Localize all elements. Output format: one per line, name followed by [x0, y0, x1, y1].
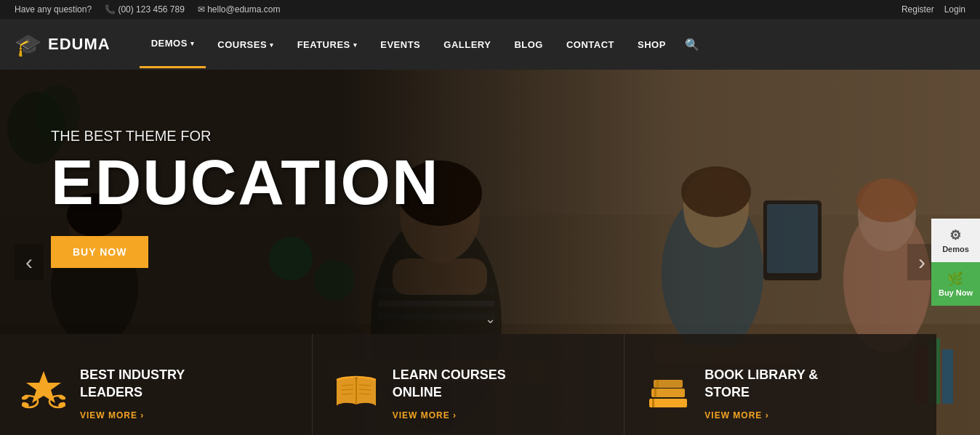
demos-side-button[interactable]: ⚙ Demos: [931, 219, 980, 262]
svg-marker-31: [26, 371, 61, 403]
header: 🎓 EDUMA DEMOS ▾ COURSES ▾ FEATURES ▾ EVE…: [0, 19, 980, 70]
svg-line-42: [359, 385, 371, 386]
nav-shop[interactable]: SHOP: [626, 22, 678, 68]
logo[interactable]: 🎓 EDUMA: [15, 32, 111, 57]
svg-line-39: [342, 385, 353, 386]
chevron-down-icon: ▾: [190, 40, 195, 47]
hero-subtitle: THE BEST THEME FOR: [51, 128, 440, 145]
top-bar-question: Have any question?: [15, 4, 92, 15]
svg-rect-48: [654, 389, 656, 397]
main-nav: DEMOS ▾ COURSES ▾ FEATURES ▾ EVENTS GALL…: [140, 20, 965, 68]
top-bar-email: ✉ hello@eduma.com: [198, 4, 281, 15]
buy-now-side-button[interactable]: 🌿 Buy Now: [931, 262, 980, 306]
svg-rect-46: [652, 399, 654, 407]
chevron-down-icon: ▾: [270, 41, 274, 49]
features-strip: BEST INDUSTRYLEADERS VIEW MORE: [0, 334, 936, 435]
nav-events[interactable]: EVENTS: [369, 22, 432, 68]
demos-label: Demos: [939, 245, 973, 253]
register-link[interactable]: Register: [901, 4, 934, 15]
svg-line-40: [342, 389, 353, 390]
feature-courses: LEARN COURSESONLINE VIEW MORE: [313, 334, 625, 435]
nav-demos[interactable]: DEMOS ▾: [140, 20, 206, 68]
search-icon[interactable]: 🔍: [678, 38, 707, 52]
nav-gallery[interactable]: GALLERY: [432, 22, 502, 68]
feature-2-title: LEARN COURSESONLINE: [393, 367, 506, 401]
svg-rect-45: [649, 399, 687, 407]
hero-scroll-indicator[interactable]: ⌄: [485, 311, 496, 327]
side-panel: ⚙ Demos 🌿 Buy Now: [931, 219, 980, 306]
feature-industry-leaders: BEST INDUSTRYLEADERS VIEW MORE: [0, 334, 313, 435]
svg-line-43: [359, 389, 371, 390]
feature-1-title: BEST INDUSTRYLEADERS: [80, 367, 185, 401]
hero-title: EDUCATION: [51, 150, 440, 214]
chevron-down-icon: ▾: [353, 41, 358, 49]
hero-prev-arrow[interactable]: ‹: [15, 244, 44, 280]
svg-point-34: [22, 394, 30, 401]
top-bar-right: Register Login: [901, 4, 965, 15]
feature-3-title: BOOK LIBRARY &STORE: [704, 367, 818, 401]
leaf-icon: 🌿: [939, 271, 973, 287]
top-bar-phone: 📞 (00) 123 456 789: [105, 4, 185, 15]
feature-1-text: BEST INDUSTRYLEADERS VIEW MORE: [80, 367, 185, 421]
trophy-icon: [22, 368, 65, 420]
stack-books-icon: [646, 370, 690, 418]
nav-courses[interactable]: COURSES ▾: [206, 22, 285, 68]
hero-cta-button[interactable]: BUY NOW: [51, 236, 148, 268]
email-icon: ✉: [198, 4, 205, 15]
hero-section: THE BEST THEME FOR EDUCATION BUY NOW ‹ ›…: [0, 70, 980, 435]
hero-content: THE BEST THEME FOR EDUCATION BUY NOW: [51, 128, 440, 268]
logo-text: EDUMA: [48, 35, 111, 54]
svg-line-44: [359, 394, 371, 394]
buy-label: Buy Now: [939, 288, 973, 297]
scroll-down-icon: ⌄: [485, 312, 496, 326]
top-bar-left: Have any question? 📞 (00) 123 456 789 ✉ …: [15, 4, 280, 15]
svg-rect-50: [656, 380, 659, 388]
feature-3-text: BOOK LIBRARY &STORE VIEW MORE: [704, 367, 818, 421]
nav-features[interactable]: FEATURES ▾: [286, 22, 369, 68]
top-bar: Have any question? 📞 (00) 123 456 789 ✉ …: [0, 0, 980, 19]
feature-library: BOOK LIBRARY &STORE VIEW MORE: [624, 334, 936, 435]
gear-icon: ⚙: [939, 227, 973, 243]
feature-2-text: LEARN COURSESONLINE VIEW MORE: [393, 367, 506, 421]
login-link[interactable]: Login: [944, 4, 965, 15]
svg-point-36: [57, 394, 65, 401]
chevron-right-icon: ›: [918, 250, 925, 275]
book-icon: [334, 370, 378, 418]
feature-3-link[interactable]: VIEW MORE: [704, 410, 768, 420]
nav-contact[interactable]: CONTACT: [555, 22, 626, 68]
feature-1-link[interactable]: VIEW MORE: [80, 410, 144, 420]
phone-icon: 📞: [105, 4, 116, 15]
nav-blog[interactable]: BLOG: [502, 22, 555, 68]
svg-line-41: [342, 394, 353, 394]
chevron-left-icon: ‹: [25, 250, 33, 275]
logo-icon: 🎓: [15, 32, 42, 57]
feature-2-link[interactable]: VIEW MORE: [393, 410, 457, 420]
